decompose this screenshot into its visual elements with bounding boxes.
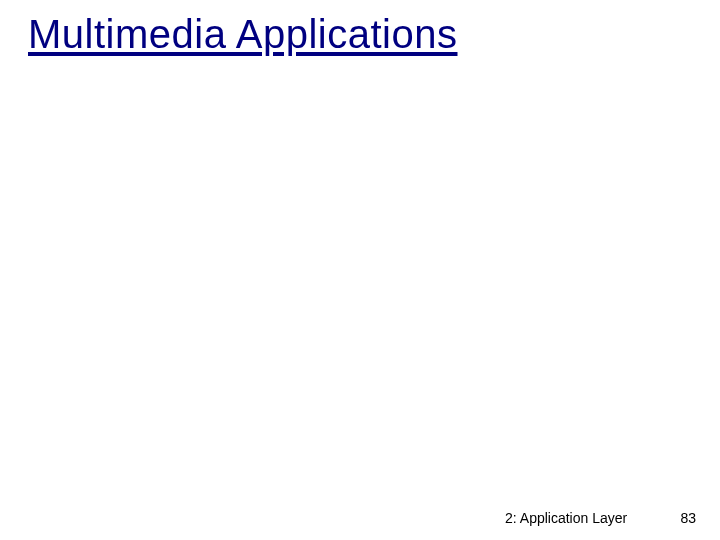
slide-number: 83 bbox=[680, 510, 696, 526]
slide-title: Multimedia Applications bbox=[28, 12, 458, 57]
footer-section-label: 2: Application Layer bbox=[505, 510, 627, 526]
slide: Multimedia Applications 2: Application L… bbox=[0, 0, 720, 540]
